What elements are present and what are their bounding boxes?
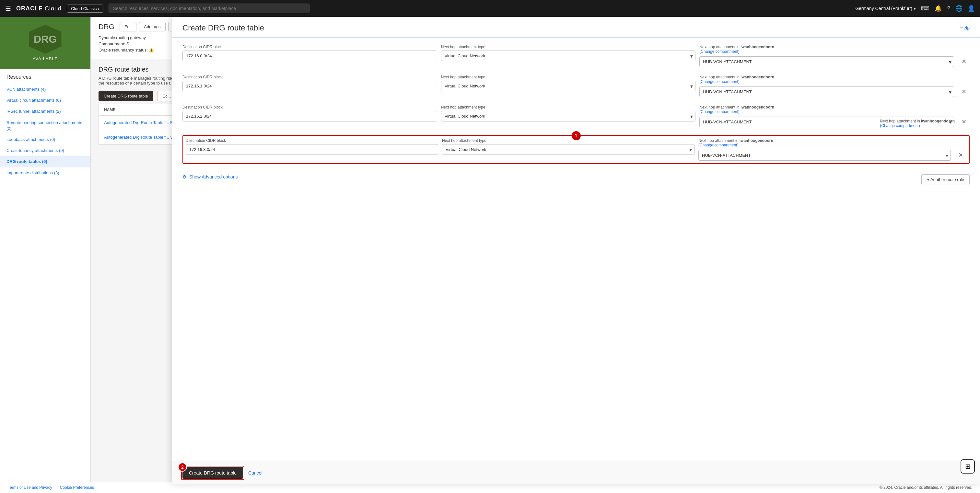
next-hop-attachment-group-2: Next hop attachment in iwanhoogendoorn (… <box>699 75 954 97</box>
next-hop-attachment-group-4: Next hop attachment in iwanhoogendoorn (… <box>698 138 951 161</box>
topnav-right-area: Germany Central (Frankfurt) ▾ ⌨ 🔔 ? 🌐 👤 <box>855 5 975 12</box>
next-hop-type-group-2: Next hop attachment type Virtual Cloud N… <box>441 75 696 91</box>
sidebar-item-vcn-attachments[interactable]: VCN attachments (4) <box>0 84 91 95</box>
destination-cidr-group-1: Destination CIDR block <box>183 45 437 61</box>
modal-title: Create DRG route table <box>183 23 264 32</box>
change-compartment-link-3[interactable]: (Change compartment) <box>699 109 739 114</box>
destination-cidr-group-3: Destination CIDR block <box>183 105 437 122</box>
cancel-button[interactable]: Cancel <box>248 470 262 476</box>
next-hop-header-4: Next hop attachment in iwanhoogendoorn (… <box>698 138 951 147</box>
remove-rule-button-1[interactable]: ✕ <box>958 57 970 66</box>
next-hop-attachment-select-wrapper-4: HUB-VCN-ATTACHMENT ▾ <box>698 150 951 161</box>
route-rule-1: Destination CIDR block Next hop attachme… <box>183 45 970 67</box>
destination-cidr-label-1: Destination CIDR block <box>183 45 437 49</box>
next-hop-attachment-select-4[interactable]: HUB-VCN-ATTACHMENT <box>698 150 951 161</box>
destination-cidr-label-2: Destination CIDR block <box>183 75 437 79</box>
next-hop-type-select-1[interactable]: Virtual Cloud Network <box>441 51 696 61</box>
destination-cidr-label-4: Destination CIDR block <box>186 138 438 143</box>
another-route-rule-button[interactable]: + Another route rule <box>921 174 970 185</box>
next-hop-type-select-wrapper-1: Virtual Cloud Network ▾ <box>441 51 696 61</box>
next-hop-type-select-2[interactable]: Virtual Cloud Network <box>441 81 696 91</box>
next-hop-type-label-2: Next hop attachment type <box>441 75 696 79</box>
user-icon[interactable]: 👤 <box>968 5 975 12</box>
destination-cidr-group-2: Destination CIDR block <box>183 75 437 91</box>
drg-logo: DRG <box>29 25 62 54</box>
create-drg-route-table-submit-button[interactable]: Create DRG route table <box>183 467 243 479</box>
region-selector[interactable]: Germany Central (Frankfurt) ▾ <box>855 6 916 11</box>
left-sidebar: DRG AVAILABLE Resources VCN attachments … <box>0 17 91 493</box>
route-rule-2: Destination CIDR block Next hop attachme… <box>183 75 970 97</box>
destination-cidr-input-1[interactable] <box>183 51 437 61</box>
global-search-input[interactable] <box>108 3 310 13</box>
modal-body: Destination CIDR block Next hop attachme… <box>172 38 980 461</box>
hamburger-menu[interactable]: ☰ <box>5 5 11 12</box>
next-hop-attachment-select-1[interactable]: HUB-VCN-ATTACHMENT <box>699 56 954 67</box>
destination-cidr-input-4[interactable] <box>186 144 438 155</box>
cloud-classic-button[interactable]: Cloud Classic › <box>67 5 103 13</box>
remove-rule-button-2[interactable]: ✕ <box>958 87 970 96</box>
help-icon[interactable]: ? <box>947 5 950 12</box>
notification-icon[interactable]: 🔔 <box>935 5 942 12</box>
help-widget[interactable]: ⊞ <box>961 459 975 474</box>
next-hop-type-select-wrapper-2: Virtual Cloud Network ▾ <box>441 81 696 91</box>
terms-link[interactable]: Terms of Use and Privacy <box>8 485 52 490</box>
step-2-badge: 2 <box>178 463 187 472</box>
sidebar-item-ipsec-attachments[interactable]: IPSec tunnel attachments (2) <box>0 106 91 117</box>
sidebar-item-rpc-attachments[interactable]: Remote peering connection attachments (0… <box>0 117 91 134</box>
drg-header: DRG AVAILABLE <box>0 17 91 69</box>
show-advanced-label: Show Advanced options <box>189 174 237 179</box>
sidebar-item-cross-tenancy[interactable]: Cross-tenancy attachments (0) <box>0 145 91 156</box>
change-compartment-link-2[interactable]: (Change compartment) <box>699 79 739 84</box>
next-hop-type-select-wrapper-3: Virtual Cloud Network ▾ <box>441 111 696 122</box>
next-hop-type-select-wrapper-4: Virtual Cloud Network ▾ <box>442 144 695 155</box>
copyright-text: © 2024, Oracle and/or its affiliates. Al… <box>880 485 972 490</box>
next-hop-attachment-select-wrapper-1: HUB-VCN-ATTACHMENT ▾ <box>699 56 954 67</box>
next-hop-type-select-3[interactable]: Virtual Cloud Network <box>441 111 696 122</box>
modal-footer: Create DRG route table 2 Cancel <box>172 461 980 484</box>
create-drg-route-table-button[interactable]: Create DRG route table <box>99 91 153 101</box>
modal-header: Create DRG route table Help <box>172 17 980 38</box>
oracle-logo: ORACLE Cloud <box>16 5 62 12</box>
destination-cidr-label-3: Destination CIDR block <box>183 105 437 109</box>
create-route-table-modal: Create DRG route table Help Destination … <box>172 17 980 484</box>
next-hop-attachment-select-2[interactable]: HUB-VCN-ATTACHMENT <box>699 87 954 97</box>
sidebar-item-loopback[interactable]: Loopback attachments (0) <box>0 134 91 145</box>
next-hop-header-3: Next hop attachment in iwanhoogendoorn (… <box>699 105 954 114</box>
change-compartment-link-1[interactable]: (Change compartment) <box>699 49 739 54</box>
show-advanced-options[interactable]: ⚙ Show Advanced options <box>183 172 921 182</box>
next-hop-type-select-4[interactable]: Virtual Cloud Network <box>442 144 695 155</box>
next-hop-type-group-1: Next hop attachment type Virtual Cloud N… <box>441 45 696 61</box>
next-hop-attachment-group-1: Next hop attachment in iwanhoogendoorn (… <box>699 45 954 67</box>
resources-label: Resources <box>0 69 91 82</box>
sidebar-item-import-route[interactable]: Import route distributions (3) <box>0 168 91 179</box>
destination-cidr-input-2[interactable] <box>183 81 437 91</box>
help-widget-icon: ⊞ <box>965 463 970 470</box>
help-link[interactable]: Help <box>960 25 970 30</box>
cookie-preferences-link[interactable]: Cookie Preferences <box>60 485 94 490</box>
route-rule-3: Destination CIDR block Next hop attachme… <box>183 105 970 127</box>
remove-rule-button-3[interactable]: ✕ <box>958 117 970 126</box>
code-icon[interactable]: ⌨ <box>921 5 929 12</box>
step-1-badge: 1 <box>572 131 581 140</box>
remove-rule-button-4[interactable]: ✕ <box>955 151 966 159</box>
sidebar-nav: VCN attachments (4) Virtual circuit atta… <box>0 82 91 180</box>
next-hop-type-group-4: Next hop attachment type Virtual Cloud N… <box>442 138 695 155</box>
destination-cidr-group-4: Destination CIDR block <box>186 138 438 155</box>
next-hop-header-1: Next hop attachment in iwanhoogendoorn (… <box>699 45 954 54</box>
edit-button[interactable]: Edit <box>119 22 137 32</box>
change-compartment-link-4[interactable]: (Change compartment) <box>698 143 738 147</box>
sidebar-item-drg-route-tables[interactable]: DRG route tables (6) <box>0 156 91 167</box>
change-compartment-link-4-above[interactable]: (Change compartment) <box>880 124 920 128</box>
add-tags-button[interactable]: Add tags <box>139 22 165 32</box>
destination-cidr-input-3[interactable] <box>183 111 437 122</box>
globe-icon[interactable]: 🌐 <box>955 5 963 12</box>
next-hop-type-label-4: Next hop attachment type <box>442 138 695 143</box>
next-hop-type-group-3: Next hop attachment type Virtual Cloud N… <box>441 105 696 122</box>
route-rule-4: Next hop attachment in iwanhoogendoorn (… <box>183 135 970 164</box>
page-title: DRG <box>99 23 115 31</box>
create-button-wrapper: Create DRG route table 2 <box>183 467 243 479</box>
next-hop-type-label-1: Next hop attachment type <box>441 45 696 49</box>
sidebar-item-vc-attachments[interactable]: Virtual circuit attachments (0) <box>0 95 91 106</box>
next-hop-header-2: Next hop attachment in iwanhoogendoorn (… <box>699 75 954 84</box>
next-hop-type-label-3: Next hop attachment type <box>441 105 696 109</box>
